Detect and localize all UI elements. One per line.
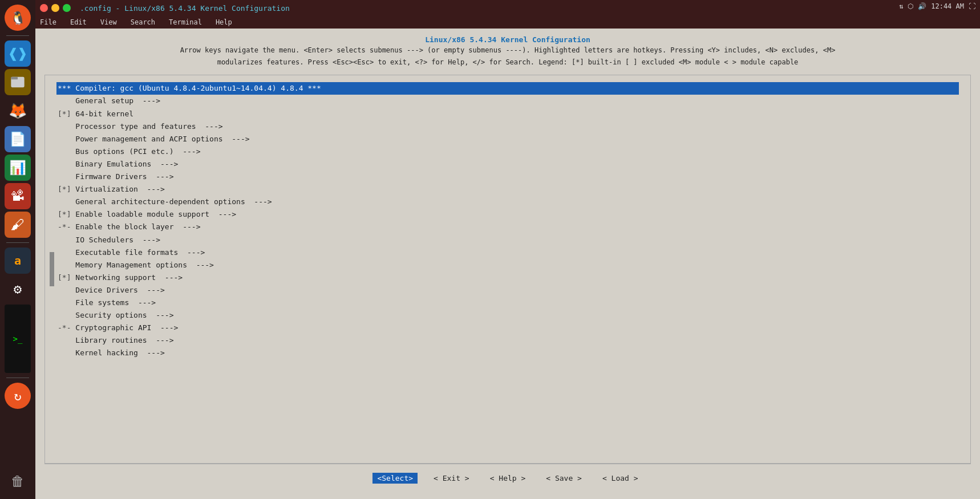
bottom-button[interactable]: < Save > xyxy=(541,473,586,484)
scroll-indicator xyxy=(50,252,54,286)
menu-help[interactable]: Help xyxy=(213,18,234,26)
menu-file[interactable]: File xyxy=(38,18,59,26)
menu-terminal[interactable]: Terminal xyxy=(167,18,204,26)
kernel-config-header: Linux/x86 5.4.34 Kernel Configuration Ar… xyxy=(44,35,971,68)
titlebar-buttons xyxy=(40,4,71,12)
menu-item[interactable]: IO Schedulers ---> xyxy=(56,234,959,246)
config-desc-2: modularizes features. Press <Esc><Esc> t… xyxy=(44,57,971,68)
sidebar-divider-2 xyxy=(6,242,29,243)
titlebar: .config - Linux/x86 5.4.34 Kernel Config… xyxy=(35,0,980,16)
menu-item[interactable]: *** Compiler: gcc (Ubuntu 4.8.4-2ubuntu1… xyxy=(56,82,959,95)
menu-item[interactable]: Executable file formats ---> xyxy=(56,246,959,259)
menubar: File Edit View Search Terminal Help xyxy=(35,16,980,29)
menu-box: *** Compiler: gcc (Ubuntu 4.8.4-2ubuntu1… xyxy=(44,75,971,464)
menu-item[interactable]: -*- Cryptographic API ---> xyxy=(56,322,959,334)
menu-item[interactable]: Memory Management options ---> xyxy=(56,259,959,271)
tray-time: 12:44 AM xyxy=(931,2,964,10)
close-button[interactable] xyxy=(40,4,48,12)
draw-icon[interactable]: 🖌 xyxy=(5,212,31,238)
firefox-icon[interactable]: 🦊 xyxy=(5,98,31,124)
minimize-button[interactable] xyxy=(51,4,59,12)
terminal-icon[interactable]: >_ xyxy=(5,305,31,373)
files-icon[interactable] xyxy=(5,69,31,95)
menu-list: *** Compiler: gcc (Ubuntu 4.8.4-2ubuntu1… xyxy=(56,82,959,359)
impress-icon[interactable]: 📽 xyxy=(5,183,31,209)
menu-item[interactable]: Kernel hacking ---> xyxy=(56,347,959,359)
menu-item[interactable]: Device Drivers ---> xyxy=(56,284,959,297)
tray-bluetooth: ⬡ xyxy=(908,2,913,10)
main-area: .config - Linux/x86 5.4.34 Kernel Config… xyxy=(35,0,980,499)
menu-item[interactable]: [*] Networking support ---> xyxy=(56,271,959,284)
calc-icon[interactable]: 📊 xyxy=(5,155,31,181)
menu-view[interactable]: View xyxy=(98,18,119,26)
writer-icon[interactable]: 📄 xyxy=(5,126,31,152)
bottom-button[interactable]: < Help > xyxy=(485,473,531,484)
tray-volume: 🔊 xyxy=(918,2,926,10)
amazon-icon[interactable]: a xyxy=(5,248,31,274)
settings-icon[interactable]: ⚙ xyxy=(5,276,31,302)
maximize-button[interactable] xyxy=(63,4,71,12)
bottom-bar: <Select>< Exit >< Help >< Save >< Load > xyxy=(44,464,971,492)
terminal-area: Linux/x86 5.4.34 Kernel Configuration Ar… xyxy=(35,29,980,499)
menu-item[interactable]: File systems ---> xyxy=(56,297,959,309)
menu-item[interactable]: Firmware Drivers ---> xyxy=(56,171,959,183)
menu-item[interactable]: -*- Enable the block layer ---> xyxy=(56,221,959,233)
trash-icon[interactable]: 🗑 xyxy=(5,468,31,494)
config-desc-1: Arrow keys navigate the menu. <Enter> se… xyxy=(44,45,971,56)
window-title: .config - Linux/x86 5.4.34 Kernel Config… xyxy=(80,4,290,13)
vscode-icon[interactable]: ❰❱ xyxy=(5,40,31,67)
menu-item[interactable]: General architecture-dependent options -… xyxy=(56,196,959,208)
ubuntu-icon[interactable]: 🐧 xyxy=(5,5,31,31)
bottom-button[interactable]: < Exit > xyxy=(429,473,474,484)
menu-item[interactable]: Bus options (PCI etc.) ---> xyxy=(56,145,959,158)
menu-edit[interactable]: Edit xyxy=(68,18,89,26)
menu-item[interactable]: Library routines ---> xyxy=(56,334,959,347)
menu-item[interactable]: [*] 64-bit kernel xyxy=(56,108,959,120)
tray-battery: ⇅ xyxy=(899,2,903,10)
system-tray: ⇅ ⬡ 🔊 12:44 AM ⛶ xyxy=(894,0,980,13)
menu-item[interactable]: General setup ---> xyxy=(56,95,959,107)
menu-item[interactable]: [*] Enable loadable module support ---> xyxy=(56,208,959,221)
menu-item[interactable]: Binary Emulations ---> xyxy=(56,158,959,171)
bottom-button[interactable]: <Select> xyxy=(372,473,418,484)
bottom-button[interactable]: < Load > xyxy=(598,473,643,484)
update-icon[interactable]: ↻ xyxy=(5,383,31,409)
menu-search[interactable]: Search xyxy=(128,18,157,26)
menu-item[interactable]: [*] Virtualization ---> xyxy=(56,183,959,196)
sidebar: 🐧 ❰❱ 🦊 📄 📊 📽 🖌 a ⚙ >_ ↻ 🗑 xyxy=(0,0,35,499)
sidebar-divider-3 xyxy=(6,378,29,378)
menu-item[interactable]: Security options ---> xyxy=(56,309,959,322)
config-title: Linux/x86 5.4.34 Kernel Configuration xyxy=(44,35,971,44)
menu-item[interactable]: Processor type and features ---> xyxy=(56,120,959,133)
svg-rect-1 xyxy=(11,77,18,80)
sidebar-divider-1 xyxy=(6,35,29,36)
tray-screen: ⛶ xyxy=(969,2,975,10)
menu-item[interactable]: Power management and ACPI options ---> xyxy=(56,133,959,145)
